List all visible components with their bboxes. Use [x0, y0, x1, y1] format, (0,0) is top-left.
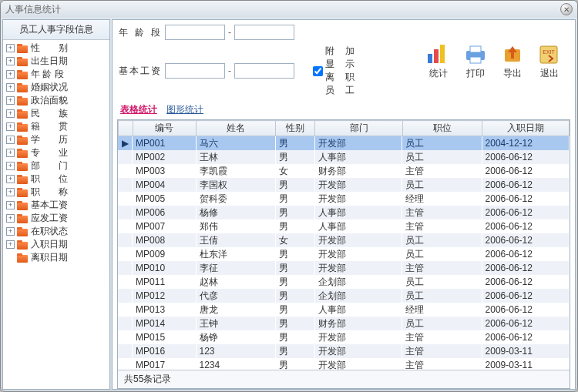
table-row[interactable]: MP015杨铮男开发部主管2006-06-12 [118, 330, 570, 344]
tree-item[interactable]: +职 位 [6, 173, 106, 186]
expand-icon[interactable]: + [6, 96, 15, 105]
expand-icon[interactable]: + [6, 70, 15, 79]
folder-icon [17, 122, 28, 132]
column-header[interactable]: 职位 [402, 121, 482, 136]
tree-item[interactable]: +性 别 [6, 42, 106, 55]
tree-item[interactable]: 离职日期 [6, 251, 106, 264]
tree-item[interactable]: +年 龄 段 [6, 68, 106, 81]
table-row[interactable]: MP004李国权男开发部员工2006-06-12 [118, 178, 570, 192]
tree-item[interactable]: +应发工资 [6, 212, 106, 225]
tree-label: 基本工资 [31, 199, 68, 212]
show-leave-input[interactable] [313, 66, 323, 76]
table-row[interactable]: MP006杨修男人事部主管2006-06-12 [118, 206, 570, 219]
tree-item[interactable]: +婚姻状况 [6, 81, 106, 94]
cell: 员工 [402, 275, 482, 289]
tree-item[interactable]: +籍 贯 [6, 120, 106, 133]
row-marker [118, 358, 133, 370]
expand-icon[interactable]: + [6, 240, 15, 249]
expand-icon[interactable]: + [6, 136, 15, 144]
cell: 2006-06-12 [482, 233, 569, 247]
expand-icon[interactable]: + [6, 44, 15, 52]
cell: 杨铮 [196, 330, 275, 344]
table-row[interactable]: MP011赵林男企划部员工2006-06-12 [118, 275, 570, 289]
table-row[interactable]: MP003李凯霞女财务部主管2006-06-12 [118, 164, 570, 178]
main-panel: 年 龄 段 - 基本工资 - 附加显示离职员工 [112, 19, 576, 390]
expand-icon[interactable]: + [6, 201, 15, 209]
table-row[interactable]: ▶MP001马六男开发部员工2004-12-12 [118, 136, 570, 150]
table-row[interactable]: MP012代彦男企划部员工2006-06-12 [118, 289, 570, 303]
table-row[interactable]: MP009杜东洋男开发部员工2006-06-12 [118, 247, 570, 261]
column-header[interactable]: 性别 [275, 121, 314, 136]
table-row[interactable]: MP002王林男人事部员工2006-06-12 [118, 150, 570, 164]
salary-to-input[interactable] [234, 63, 294, 79]
cell: 2009-03-11 [482, 344, 569, 358]
table-row[interactable]: MP008王倩女开发部员工2006-06-12 [118, 233, 570, 247]
table-row[interactable]: MP013唐龙男人事部经理2006-06-12 [118, 303, 570, 317]
tree-item[interactable]: +入职日期 [6, 238, 106, 251]
close-icon[interactable]: ✕ [560, 3, 573, 15]
age-to-input[interactable] [234, 25, 294, 40]
show-leave-checkbox[interactable]: 附加显示离职员工 [313, 45, 356, 97]
tree-item[interactable]: +专 业 [6, 146, 106, 159]
tree-item[interactable]: +出生日期 [6, 55, 106, 68]
column-header[interactable]: 入职日期 [482, 121, 569, 136]
cell: 2006-06-12 [482, 317, 569, 330]
tree-item[interactable]: +基本工资 [6, 199, 106, 212]
tree-label: 专 业 [31, 146, 68, 159]
chart-icon [425, 42, 452, 65]
table-row[interactable]: MP0171234男开发部主管2009-03-11 [118, 358, 570, 370]
cell: 代彦 [196, 289, 275, 303]
stat-button[interactable]: 统计 [425, 42, 452, 80]
row-marker [118, 150, 133, 164]
tree-item[interactable]: +部 门 [6, 159, 106, 173]
table-row[interactable]: MP005贺科委男开发部经理2006-06-12 [118, 192, 570, 206]
exit-button[interactable]: EXIT 退出 [536, 42, 563, 80]
expand-icon[interactable]: + [6, 175, 15, 183]
age-from-input[interactable] [165, 25, 225, 40]
tree-item[interactable]: +民 族 [6, 107, 106, 120]
column-header[interactable]: 编号 [133, 121, 196, 136]
table-row[interactable]: MP010李征男开发部主管2006-06-12 [118, 261, 570, 275]
expand-icon[interactable]: + [6, 214, 15, 223]
expand-icon[interactable]: + [6, 57, 15, 65]
expand-icon[interactable]: + [6, 109, 15, 118]
row-marker [118, 178, 133, 192]
cell: 2006-06-12 [482, 206, 569, 219]
column-header[interactable]: 姓名 [196, 121, 275, 136]
expand-icon[interactable]: + [6, 149, 15, 157]
field-tree[interactable]: +性 别+出生日期+年 龄 段+婚姻状况+政治面貌+民 族+籍 贯+学 历+专 … [3, 40, 109, 389]
expand-icon[interactable]: + [6, 122, 15, 131]
cell: MP005 [133, 192, 196, 206]
tree-item[interactable]: +职 称 [6, 186, 106, 199]
salary-from-input[interactable] [165, 63, 225, 79]
cell: 2006-06-12 [482, 275, 569, 289]
tree-item[interactable]: +在职状态 [6, 225, 106, 238]
expand-icon[interactable]: + [6, 188, 15, 196]
tab-chart[interactable]: 图形统计 [165, 102, 205, 118]
table-row[interactable]: MP014王钟男财务部员工2006-06-12 [118, 317, 570, 330]
cell: MP017 [133, 358, 196, 370]
table-row[interactable]: MP007郑伟男人事部主管2006-06-12 [118, 219, 570, 233]
tab-table[interactable]: 表格统计 [119, 102, 159, 118]
cell: 2006-06-12 [482, 247, 569, 261]
expand-icon[interactable]: + [6, 83, 15, 92]
export-button[interactable]: 导出 [499, 42, 526, 80]
cell: 杜东洋 [196, 247, 275, 261]
tree-item[interactable]: +政治面貌 [6, 94, 106, 107]
expand-icon[interactable]: + [6, 162, 15, 170]
table-row[interactable]: MP016123男开发部主管2009-03-11 [118, 344, 570, 358]
row-marker [118, 164, 133, 178]
svg-rect-5 [470, 57, 481, 63]
column-header[interactable]: 部门 [315, 121, 402, 136]
row-marker [118, 261, 133, 275]
cell: MP011 [133, 275, 196, 289]
table-body[interactable]: ▶MP001马六男开发部员工2004-12-12MP002王林男人事部员工200… [118, 136, 570, 370]
cell: 1234 [196, 358, 275, 370]
expand-icon[interactable]: + [6, 227, 15, 236]
dash: - [228, 27, 231, 38]
print-button[interactable]: 打印 [462, 42, 489, 80]
svg-rect-1 [434, 49, 439, 63]
filter-bar: 年 龄 段 - 基本工资 - 附加显示离职员工 [113, 20, 575, 99]
tree-item[interactable]: +学 历 [6, 133, 106, 146]
cell: 男 [275, 330, 315, 344]
